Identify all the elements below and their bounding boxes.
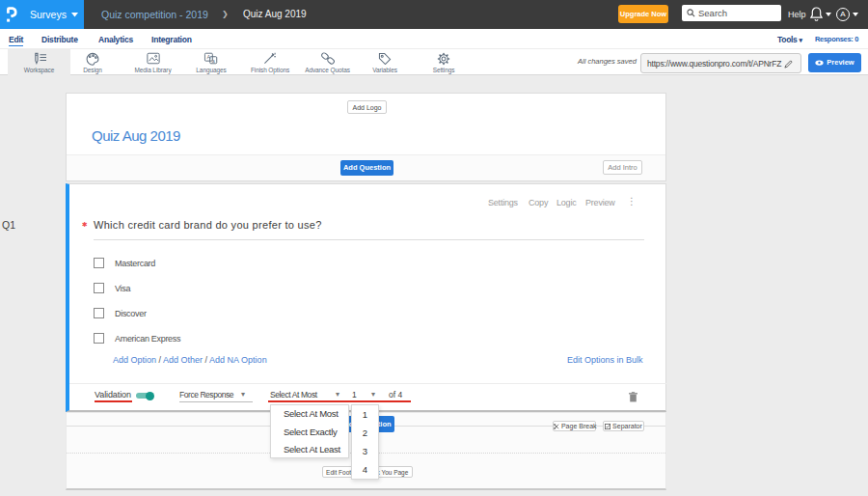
svg-text:a: a bbox=[212, 58, 215, 64]
svg-text:A: A bbox=[206, 54, 210, 60]
